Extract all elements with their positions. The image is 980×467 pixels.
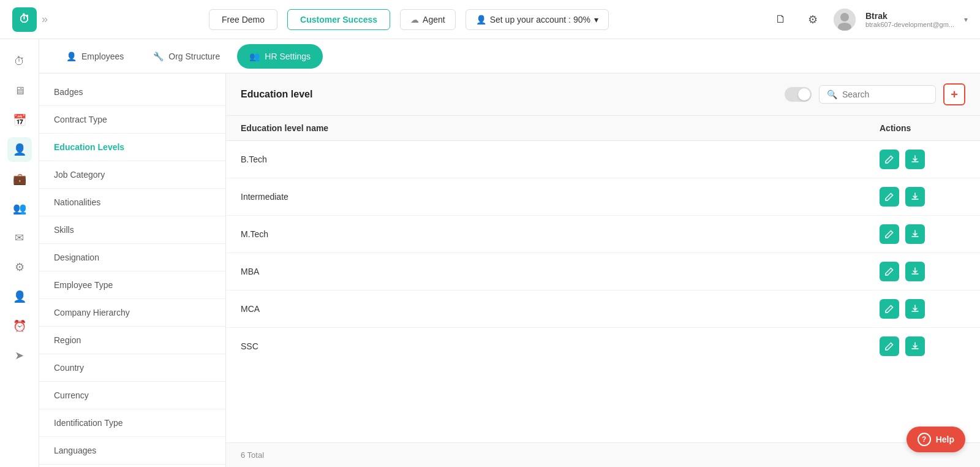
menu-item-currency[interactable]: Currency <box>39 382 225 409</box>
toggle-switch[interactable] <box>785 87 812 102</box>
row-name-mtech: M.Tech <box>241 229 880 239</box>
menu-item-employee-type[interactable]: Employee Type <box>39 271 225 299</box>
sidebar-user-circle-icon[interactable]: 👤 <box>7 284 32 309</box>
panel-footer: 6 Total <box>226 442 980 467</box>
help-label: Help <box>936 435 954 444</box>
row-name-mca: MCA <box>241 304 880 314</box>
search-box: 🔍 <box>819 85 936 104</box>
setup-label: Set up your account : 90% <box>490 15 590 25</box>
download-button-mba[interactable] <box>905 262 925 281</box>
row-actions-ssc <box>880 336 965 356</box>
menu-item-country[interactable]: Country <box>39 354 225 382</box>
agent-button[interactable]: ☁ Agent <box>400 9 456 30</box>
table-body: B.Tech Intermediate <box>226 141 980 442</box>
search-icon: 🔍 <box>827 89 837 99</box>
table-row: MBA <box>226 253 980 290</box>
download-button-ssc[interactable] <box>905 336 925 356</box>
sidebar-send-icon[interactable]: ➤ <box>7 343 32 368</box>
table-row: Intermediate <box>226 178 980 216</box>
search-input[interactable] <box>842 89 928 99</box>
panel-header: Education level 🔍 + <box>226 74 980 116</box>
tab-hr-settings[interactable]: 👥 HR Settings <box>237 44 323 69</box>
download-button-mtech[interactable] <box>905 224 925 244</box>
download-button-mca[interactable] <box>905 299 925 319</box>
add-button[interactable]: + <box>943 83 965 105</box>
left-sidebar: ⏱ 🖥 📅 👤 💼 👥 ✉ ⚙ 👤 ⏰ ➤ <box>0 39 39 467</box>
edit-button-ssc[interactable] <box>880 336 899 356</box>
help-circle-icon: ? <box>918 433 931 446</box>
logo-icon[interactable]: ⏱ <box>12 7 37 32</box>
right-panel: Education level 🔍 + Education level name… <box>226 74 980 467</box>
org-tab-label: Org Structure <box>168 51 220 61</box>
row-actions-intermediate <box>880 187 965 207</box>
menu-item-nationalities[interactable]: Nationalities <box>39 189 225 216</box>
svg-point-1 <box>840 13 849 21</box>
edit-button-mca[interactable] <box>880 299 899 319</box>
free-demo-button[interactable]: Free Demo <box>209 9 277 30</box>
row-name-ssc: SSC <box>241 341 880 351</box>
menu-item-badges[interactable]: Badges <box>39 78 225 106</box>
row-name-mba: MBA <box>241 267 880 276</box>
edit-button-mtech[interactable] <box>880 224 899 244</box>
settings-icon-button[interactable]: ⚙ <box>802 9 824 31</box>
sidebar-briefcase-icon[interactable]: 💼 <box>7 167 32 191</box>
menu-item-identification-type[interactable]: Identification Type <box>39 409 225 437</box>
table-row: SSC <box>226 328 980 365</box>
row-actions-btech <box>880 150 965 169</box>
menu-item-company-hierarchy[interactable]: Company Hierarchy <box>39 299 225 327</box>
header-right: 🗋 ⚙ Btrak btrak607-development@gm... ▾ <box>770 9 968 31</box>
table-row: M.Tech <box>226 216 980 253</box>
hr-tab-icon: 👥 <box>249 51 260 61</box>
toggle-knob <box>798 88 810 101</box>
help-button[interactable]: ? Help <box>907 427 965 452</box>
row-actions-mba <box>880 262 965 281</box>
sidebar-timer-icon[interactable]: ⏰ <box>7 314 32 338</box>
employees-tab-label: Employees <box>81 51 124 61</box>
agent-icon: ☁ <box>410 15 419 25</box>
edit-button-intermediate[interactable] <box>880 187 899 207</box>
top-header: ⏱ » Free Demo Customer Success ☁ Agent 👤… <box>0 0 980 39</box>
person-setup-icon: 👤 <box>476 15 486 25</box>
header-center: Free Demo Customer Success ☁ Agent 👤 Set… <box>209 9 609 30</box>
menu-item-education-levels[interactable]: Education Levels <box>39 134 225 161</box>
user-dropdown-arrow[interactable]: ▾ <box>964 15 968 24</box>
panel-header-right: 🔍 + <box>785 83 965 105</box>
sidebar-people-icon[interactable]: 👥 <box>7 196 32 221</box>
logo-symbol: ⏱ <box>19 13 30 26</box>
edit-button-mba[interactable] <box>880 262 899 281</box>
document-icon-button[interactable]: 🗋 <box>770 9 792 31</box>
sidebar-mail-icon[interactable]: ✉ <box>7 226 32 250</box>
sub-nav: 👤 Employees 🔧 Org Structure 👥 HR Setting… <box>39 39 980 74</box>
setup-chevron-icon: ▾ <box>594 15 598 25</box>
sidebar-person-icon[interactable]: 👤 <box>7 137 32 162</box>
table-row: B.Tech <box>226 141 980 178</box>
total-count: 6 Total <box>241 450 264 460</box>
sidebar-clock-icon[interactable]: ⏱ <box>7 49 32 74</box>
row-name-btech: B.Tech <box>241 154 880 164</box>
edit-button-btech[interactable] <box>880 150 899 169</box>
menu-item-region[interactable]: Region <box>39 327 225 354</box>
main-content: 👤 Employees 🔧 Org Structure 👥 HR Setting… <box>39 39 980 467</box>
menu-item-contract-type[interactable]: Contract Type <box>39 106 225 134</box>
menu-item-designation[interactable]: Designation <box>39 244 225 271</box>
customer-success-button[interactable]: Customer Success <box>287 9 390 30</box>
menu-item-skills[interactable]: Skills <box>39 216 225 244</box>
download-button-btech[interactable] <box>905 150 925 169</box>
user-name: Btrak <box>865 11 954 21</box>
sidebar-gear-icon[interactable]: ⚙ <box>7 255 32 279</box>
column-actions-header: Actions <box>880 123 965 133</box>
sidebar-tv-icon[interactable]: 🖥 <box>7 78 32 103</box>
content-body: Badges Contract Type Education Levels Jo… <box>39 74 980 467</box>
menu-item-job-category[interactable]: Job Category <box>39 161 225 189</box>
nav-dots[interactable]: » <box>42 13 48 26</box>
row-actions-mtech <box>880 224 965 244</box>
download-button-intermediate[interactable] <box>905 187 925 207</box>
menu-item-languages[interactable]: Languages <box>39 437 225 465</box>
sidebar-calendar-icon[interactable]: 📅 <box>7 108 32 132</box>
menu-item-pay-frequency[interactable]: Pay Frequency <box>39 465 225 467</box>
setup-button[interactable]: 👤 Set up your account : 90% ▾ <box>466 9 609 30</box>
avatar <box>834 9 856 31</box>
tab-org-structure[interactable]: 🔧 Org Structure <box>141 44 232 69</box>
tab-employees[interactable]: 👤 Employees <box>54 44 136 69</box>
table-row: MCA <box>226 290 980 328</box>
